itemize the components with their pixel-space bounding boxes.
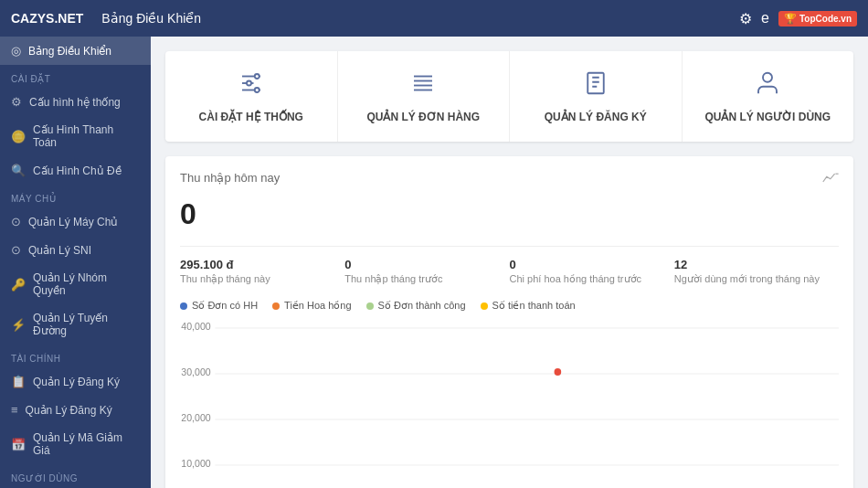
sidebar-dashboard-label: Bảng Điều Khiển bbox=[28, 45, 111, 58]
stat-amount-3: 12 bbox=[674, 258, 820, 271]
legend-dot-2 bbox=[366, 302, 374, 310]
svg-rect-10 bbox=[587, 73, 604, 94]
section-may-chu: MÁY CHỦ bbox=[0, 185, 151, 207]
stat-item-1: 0 Thu nhập tháng trước bbox=[344, 258, 509, 285]
chart-dot bbox=[555, 368, 562, 376]
legend-item-0: Số Đơn có HH bbox=[180, 300, 258, 312]
top-cards: CÀI ĐẶT HỆ THỐNG QUẢN LÝ ĐƠN HÀNG bbox=[165, 51, 853, 142]
user-icon[interactable]: e bbox=[761, 10, 769, 27]
order-management-icon bbox=[409, 69, 437, 103]
card-order-management-label: QUẢN LÝ ĐƠN HÀNG bbox=[366, 111, 480, 123]
topcode-logo: 🏆 bbox=[784, 13, 797, 25]
legend-dot-3 bbox=[481, 302, 488, 310]
svg-point-3 bbox=[255, 74, 259, 79]
sidebar-item-manage-register[interactable]: 📋 Quản Lý Đăng Ký bbox=[0, 367, 151, 396]
config-system-label: Cấu hình hệ thống bbox=[29, 96, 121, 109]
config-payment-icon: 🪙 bbox=[11, 130, 26, 143]
navbar-title: Bảng Điều Khiển bbox=[83, 11, 739, 26]
svg-point-11 bbox=[763, 73, 772, 82]
manage-sni-icon: ⊙ bbox=[11, 243, 21, 257]
main-content: CÀI ĐẶT HỆ THỐNG QUẢN LÝ ĐƠN HÀNG bbox=[151, 37, 868, 488]
manage-orders-icon: ≡ bbox=[11, 403, 18, 417]
sidebar-item-manage-coupon[interactable]: 📅 Quản Lý Mã Giảm Giá bbox=[0, 424, 151, 464]
app-container: CAZYS.NET Bảng Điều Khiển ⚙ e 🏆 TopCode.… bbox=[0, 0, 868, 488]
manage-route-label: Quản Lý Tuyến Đường bbox=[33, 312, 140, 337]
legend-item-2: Số Đơn thành công bbox=[366, 300, 466, 312]
chart-legend: Số Đơn có HH Tiền Hoa hồng Số Đơn thành … bbox=[180, 300, 839, 312]
svg-text:30,000: 30,000 bbox=[181, 366, 210, 377]
sidebar-item-manage-route[interactable]: ⚡ Quản Lý Tuyến Đường bbox=[0, 304, 151, 345]
card-register-management[interactable]: QUẢN LÝ ĐĂNG KÝ bbox=[510, 51, 683, 142]
legend-item-3: Số tiền thanh toán bbox=[481, 300, 576, 312]
stat-label-0: Thu nhập tháng này bbox=[180, 273, 326, 285]
stat-item-0: 295.100 đ Thu nhập tháng này bbox=[180, 258, 344, 285]
card-system-settings[interactable]: CÀI ĐẶT HỆ THỐNG bbox=[165, 51, 338, 142]
topcode-label: TopCode.vn bbox=[799, 14, 852, 24]
manage-route-icon: ⚡ bbox=[11, 318, 26, 332]
stats-row: 295.100 đ Thu nhập tháng này 0 Thu nhập … bbox=[180, 246, 839, 285]
sidebar-item-dashboard[interactable]: ◎ Bảng Điều Khiển bbox=[0, 37, 151, 65]
svg-text:20,000: 20,000 bbox=[181, 412, 210, 423]
gear-icon[interactable]: ⚙ bbox=[739, 10, 752, 27]
section-cai-dat: CÀI ĐẶT bbox=[0, 65, 151, 88]
sidebar-item-manage-sni[interactable]: ⊙ Quản Lý SNI bbox=[0, 236, 151, 264]
card-user-management[interactable]: QUẢN LÝ NGƯỜI DÙNG bbox=[683, 51, 854, 142]
manage-server-icon: ⊙ bbox=[11, 215, 21, 228]
topcode-badge: 🏆 TopCode.vn bbox=[778, 11, 857, 27]
sidebar-item-manage-group[interactable]: 🔑 Quản Lý Nhóm Quyền bbox=[0, 264, 151, 304]
stats-title: Thu nhập hôm nay bbox=[180, 171, 280, 185]
legend-label-1: Tiền Hoa hồng bbox=[284, 300, 352, 312]
manage-sni-label: Quản Lý SNI bbox=[28, 244, 91, 257]
legend-label-2: Số Đơn thành công bbox=[378, 300, 466, 312]
sidebar-item-config-domain[interactable]: 🔍 Cấu Hình Chủ Đề bbox=[0, 156, 151, 185]
navbar: CAZYS.NET Bảng Điều Khiển ⚙ e 🏆 TopCode.… bbox=[0, 0, 868, 37]
stat-item-3: 12 Người dùng mới trong tháng này bbox=[674, 258, 839, 285]
card-register-management-label: QUẢN LÝ ĐĂNG KÝ bbox=[545, 111, 647, 123]
user-management-icon bbox=[754, 69, 781, 103]
svg-text:40,000: 40,000 bbox=[181, 321, 210, 332]
stats-chart-icon bbox=[820, 171, 839, 190]
config-domain-label: Cấu Hình Chủ Đề bbox=[33, 164, 122, 177]
manage-group-icon: 🔑 bbox=[11, 278, 26, 292]
card-user-management-label: QUẢN LÝ NGƯỜI DÙNG bbox=[704, 111, 831, 123]
navbar-brand: CAZYS.NET bbox=[11, 11, 83, 26]
sidebar-item-config-system[interactable]: ⚙ Cấu hình hệ thống bbox=[0, 88, 151, 116]
section-nguoi-dung: NGƯỜI DÙNG bbox=[0, 464, 151, 487]
legend-dot-1 bbox=[272, 302, 280, 310]
stat-item-2: 0 Chi phí hoa hồng tháng trước bbox=[510, 258, 674, 285]
svg-point-5 bbox=[255, 88, 259, 92]
svg-point-4 bbox=[247, 81, 251, 86]
config-payment-label: Cấu Hình Thanh Toán bbox=[33, 123, 140, 149]
dashboard-icon: ◎ bbox=[11, 44, 21, 58]
manage-coupon-icon: 📅 bbox=[11, 438, 26, 451]
register-management-icon bbox=[582, 69, 609, 103]
manage-server-label: Quản Lý Máy Chủ bbox=[28, 216, 118, 228]
config-domain-icon: 🔍 bbox=[11, 164, 26, 177]
manage-register-label: Quản Lý Đăng Ký bbox=[33, 376, 120, 388]
chart-svg: 40,000 30,000 20,000 10,000 0 bbox=[180, 319, 839, 488]
stats-value: 0 bbox=[180, 197, 839, 231]
card-order-management[interactable]: QUẢN LÝ ĐƠN HÀNG bbox=[338, 51, 511, 142]
sidebar-item-manage-server[interactable]: ⊙ Quản Lý Máy Chủ bbox=[0, 207, 151, 236]
section-tai-chinh: TÀI CHÍNH bbox=[0, 345, 151, 367]
legend-label-3: Số tiền thanh toán bbox=[492, 300, 576, 312]
svg-text:10,000: 10,000 bbox=[181, 458, 210, 469]
stats-section: Thu nhập hôm nay 0 295.100 đ Thu nhập th… bbox=[165, 156, 853, 488]
stat-amount-0: 295.100 đ bbox=[180, 258, 326, 271]
sidebar: ◎ Bảng Điều Khiển CÀI ĐẶT ⚙ Cấu hình hệ … bbox=[0, 37, 151, 488]
legend-label-0: Số Đơn có HH bbox=[192, 300, 258, 312]
stat-label-3: Người dùng mới trong tháng này bbox=[674, 273, 820, 285]
stat-amount-2: 0 bbox=[510, 258, 656, 271]
manage-register-icon: 📋 bbox=[11, 375, 26, 388]
stat-label-2: Chi phí hoa hồng tháng trước bbox=[510, 273, 656, 285]
sidebar-item-config-payment[interactable]: 🪙 Cấu Hình Thanh Toán bbox=[0, 116, 151, 156]
manage-orders-label: Quản Lý Đăng Ký bbox=[26, 404, 112, 417]
manage-group-label: Quản Lý Nhóm Quyền bbox=[33, 271, 140, 297]
navbar-icons: ⚙ e 🏆 TopCode.vn bbox=[739, 10, 857, 27]
card-system-settings-label: CÀI ĐẶT HỆ THỐNG bbox=[199, 111, 303, 123]
stats-header: Thu nhập hôm nay bbox=[180, 171, 839, 190]
sidebar-item-manage-orders[interactable]: ≡ Quản Lý Đăng Ký bbox=[0, 396, 151, 424]
system-settings-icon bbox=[238, 69, 265, 103]
stat-amount-1: 0 bbox=[344, 258, 491, 271]
stat-label-1: Thu nhập tháng trước bbox=[344, 273, 491, 285]
